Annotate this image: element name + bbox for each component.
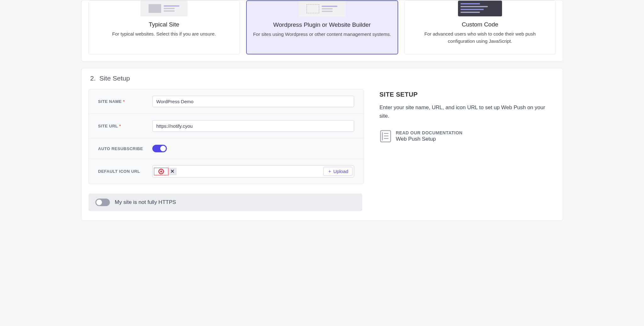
default-icon-label: DEFAULT ICON URL	[98, 169, 152, 174]
site-url-label: SITE URL *	[98, 124, 152, 128]
auto-resubscribe-toggle[interactable]	[152, 145, 167, 152]
icon-preview	[154, 168, 168, 175]
https-label: My site is not fully HTTPS	[115, 199, 176, 205]
option-wordpress[interactable]: Wordpress Plugin or Website Builder For …	[246, 0, 398, 54]
site-setup-info: SITE SETUP Enter your site name, URL, an…	[380, 89, 556, 184]
doc-title: Web Push Setup	[396, 136, 463, 142]
option-custom-code[interactable]: Custom Code For advanced users who wish …	[404, 0, 556, 54]
side-desc: Enter your site name, URL, and icon URL …	[380, 103, 556, 120]
option-desc: For advanced users who wish to code thei…	[411, 31, 549, 45]
option-title: Typical Site	[95, 21, 233, 28]
integration-type-section: Typical Site For typical websites. Selec…	[81, 0, 563, 62]
site-setup-section: 2. Site Setup SITE NAME * SITE URL *	[81, 68, 563, 221]
upload-button[interactable]: ＋ Upload	[323, 167, 353, 176]
side-title: SITE SETUP	[380, 91, 556, 98]
https-toggle[interactable]	[95, 199, 110, 206]
option-title: Wordpress Plugin or Website Builder	[253, 21, 391, 28]
site-name-input[interactable]	[152, 96, 354, 107]
option-title: Custom Code	[411, 21, 549, 28]
document-icon	[380, 130, 392, 143]
custom-code-graphic	[456, 1, 504, 16]
auto-resubscribe-label: AUTO RESUBSCRIBE	[98, 146, 152, 151]
wordpress-graphic	[298, 1, 346, 17]
https-row: My site is not fully HTTPS	[88, 194, 362, 211]
section-heading: 2. Site Setup	[82, 68, 563, 89]
doc-label: READ OUR DOCUMENTATION	[396, 130, 463, 135]
close-icon: ✕	[170, 168, 174, 174]
option-typical-site[interactable]: Typical Site For typical websites. Selec…	[88, 0, 240, 54]
site-setup-form: SITE NAME * SITE URL * AUTO RESUBSCRIBE	[88, 89, 364, 184]
plus-icon: ＋	[327, 168, 332, 174]
option-desc: For sites using Wordpress or other conte…	[253, 31, 391, 38]
site-name-label: SITE NAME *	[98, 99, 152, 104]
section-title: Site Setup	[99, 75, 130, 82]
section-number: 2.	[90, 75, 96, 82]
site-url-input[interactable]	[152, 120, 354, 132]
option-desc: For typical websites. Select this if you…	[95, 31, 233, 38]
typical-site-graphic	[140, 1, 188, 16]
remove-icon-button[interactable]: ✕	[168, 168, 177, 175]
documentation-link[interactable]: READ OUR DOCUMENTATION Web Push Setup	[380, 130, 556, 143]
